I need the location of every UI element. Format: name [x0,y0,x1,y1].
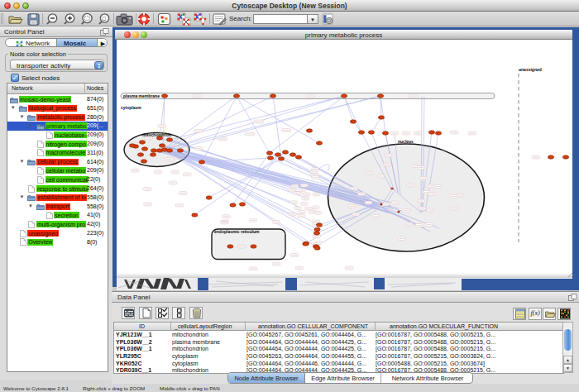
svg-text:plasma membrane: plasma membrane [123,93,160,98]
svg-text:unassigned: unassigned [519,67,542,72]
svg-text:endoplasmic reticulum: endoplasmic reticulum [214,229,260,234]
svg-text:mitochondrion: mitochondrion [142,132,171,137]
svg-text:nucleus: nucleus [398,139,414,144]
svg-text:cytoplasm: cytoplasm [121,105,141,110]
svg-text:▢: ▢ [102,16,106,21]
